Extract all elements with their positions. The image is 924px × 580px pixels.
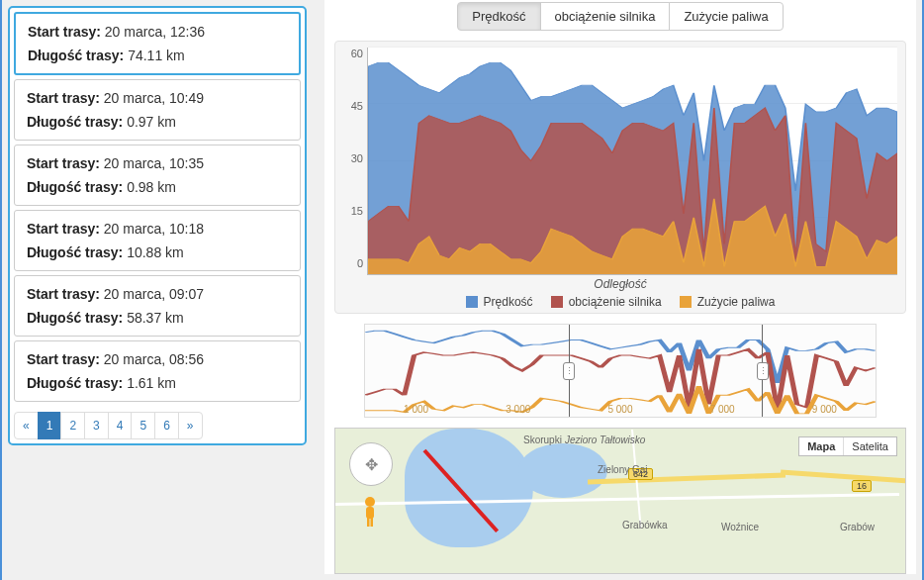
map-town-label: Grabówka — [622, 520, 668, 531]
map-type-map[interactable]: Mapa — [799, 437, 843, 455]
route-start-label: Start trasy: — [27, 286, 100, 302]
page-button[interactable]: 3 — [84, 412, 109, 439]
page-button[interactable]: « — [14, 412, 39, 439]
route-length-value: 10.88 km — [127, 244, 184, 260]
legend-label: Zużycie paliwa — [697, 295, 776, 309]
map-town-label: Woźnice — [721, 522, 759, 532]
y-tick: 15 — [351, 205, 363, 217]
route-length-label: Długość trasy: — [27, 310, 123, 326]
x-axis-label: Odległość — [343, 277, 897, 291]
map[interactable]: 642 16 Skorupki Jezioro Tałtowisko Zielo… — [334, 428, 906, 574]
svg-rect-3 — [371, 518, 374, 527]
move-icon: ✥ — [365, 455, 378, 474]
route-start-value: 20 marca, 10:49 — [104, 90, 204, 106]
map-town-label: Skorupki — [523, 435, 562, 445]
map-town-label: Jezioro Tałtowisko — [565, 435, 645, 445]
page-button[interactable]: 4 — [108, 412, 133, 439]
route-length-label: Długość trasy: — [28, 48, 124, 63]
route-start-value: 20 marca, 09:07 — [104, 286, 204, 302]
legend-label: obciążenie silnika — [569, 295, 662, 309]
route-start-value: 20 marca, 12:36 — [105, 24, 205, 40]
legend-swatch — [680, 296, 692, 308]
route-item[interactable]: Start trasy: 20 marca, 09:07Długość tras… — [14, 275, 301, 337]
route-item[interactable]: Start trasy: 20 marca, 10:18Długość tras… — [14, 210, 301, 271]
page-button[interactable]: 6 — [154, 412, 179, 439]
y-axis: 604530150 — [343, 48, 367, 275]
svg-point-0 — [365, 497, 375, 507]
route-length-label: Długość trasy: — [27, 114, 123, 130]
overview-x-ticks: 1 0003 0005 0007 0009 000 — [365, 404, 876, 415]
legend-swatch — [466, 296, 478, 308]
route-item[interactable]: Start trasy: 20 marca, 10:35Długość tras… — [14, 145, 301, 206]
route-length-value: 74.11 km — [128, 48, 185, 63]
legend-item: obciążenie silnika — [551, 295, 662, 309]
chart-tab-group: Prędkośćobciążenie silnikaZużycie paliwa — [334, 2, 906, 31]
route-start-label: Start trasy: — [27, 351, 100, 367]
y-tick: 60 — [351, 48, 363, 59]
route-start-value: 20 marca, 08:56 — [104, 351, 204, 367]
route-start-label: Start trasy: — [27, 221, 100, 237]
route-start-value: 20 marca, 10:35 — [104, 155, 204, 171]
main-chart-card: 604530150 Odległość Prędkośćobciążenie s… — [334, 41, 906, 314]
overview-chart[interactable]: ⋮⋮1 0003 0005 0007 0009 000 — [364, 324, 877, 418]
map-pan-control[interactable]: ✥ — [349, 442, 393, 486]
chart-tab[interactable]: Prędkość — [457, 2, 540, 31]
svg-rect-1 — [366, 507, 374, 519]
route-length-label: Długość trasy: — [27, 244, 123, 260]
main-chart-plot[interactable] — [367, 48, 897, 275]
overview-handle-left[interactable]: ⋮ — [563, 362, 575, 380]
map-town-label: Grabów — [840, 522, 875, 532]
page-button[interactable]: 2 — [60, 412, 85, 439]
route-length-value: 0.97 km — [127, 114, 176, 130]
map-type-satellite[interactable]: Satelita — [843, 437, 896, 455]
legend-item: Zużycie paliwa — [680, 295, 776, 309]
page-button[interactable]: » — [178, 412, 203, 439]
route-item[interactable]: Start trasy: 20 marca, 08:56Długość tras… — [14, 340, 301, 402]
route-length-value: 1.61 km — [127, 375, 176, 391]
road-label: 16 — [852, 480, 872, 492]
y-tick: 45 — [351, 100, 363, 112]
svg-rect-2 — [367, 518, 370, 527]
map-type-switcher: Mapa Satelita — [798, 436, 897, 456]
legend-swatch — [551, 296, 563, 308]
y-tick: 30 — [351, 152, 363, 164]
y-tick: 0 — [357, 257, 363, 269]
chart-tab[interactable]: obciążenie silnika — [540, 2, 671, 31]
page-button[interactable]: 1 — [38, 412, 62, 439]
map-town-label: Zielony Gaj — [598, 464, 648, 475]
legend-label: Prędkość — [484, 295, 533, 309]
route-item[interactable]: Start trasy: 20 marca, 12:36Długość tras… — [14, 12, 301, 75]
route-start-value: 20 marca, 10:18 — [104, 221, 204, 237]
pagination: «123456» — [14, 412, 301, 439]
route-start-label: Start trasy: — [28, 24, 101, 40]
legend-item: Prędkość — [466, 295, 533, 309]
route-length-value: 58.37 km — [127, 310, 184, 326]
chart-tab[interactable]: Zużycie paliwa — [669, 2, 783, 31]
page-button[interactable]: 5 — [131, 412, 155, 439]
route-length-value: 0.98 km — [127, 179, 176, 195]
route-start-label: Start trasy: — [27, 90, 100, 106]
streetview-pegman[interactable] — [357, 496, 383, 528]
overview-handle-right[interactable]: ⋮ — [757, 362, 769, 380]
route-length-label: Długość trasy: — [27, 375, 123, 391]
route-length-label: Długość trasy: — [27, 179, 123, 195]
chart-legend: Prędkośćobciążenie silnikaZużycie paliwa — [343, 295, 897, 309]
route-list-panel: Start trasy: 20 marca, 12:36Długość tras… — [8, 6, 307, 445]
route-start-label: Start trasy: — [27, 155, 100, 171]
route-item[interactable]: Start trasy: 20 marca, 10:49Długość tras… — [14, 79, 301, 141]
